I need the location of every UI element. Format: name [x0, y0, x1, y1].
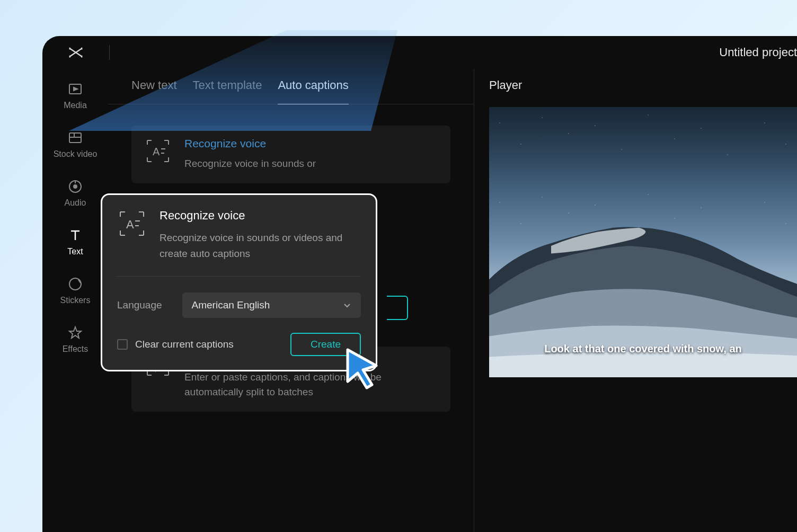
auto-caption-icon: A	[117, 209, 147, 238]
sidebar-item-media[interactable]: Media	[64, 82, 87, 110]
sidebar-item-text[interactable]: Text	[67, 228, 83, 256]
sidebar-item-label: Stock video	[54, 149, 98, 159]
app-logo-icon	[68, 45, 84, 60]
partial-highlight	[387, 296, 408, 320]
effects-icon	[68, 325, 83, 340]
title-bar: Untitled project	[42, 36, 797, 69]
audio-icon	[68, 179, 83, 194]
recognize-voice-popup: A Recognize voice Recognize voice in sou…	[101, 193, 377, 371]
svg-point-9	[69, 278, 81, 290]
stock-video-icon	[68, 130, 83, 145]
text-icon	[68, 228, 83, 243]
sidebar-item-label: Stickers	[60, 296, 91, 305]
sidebar-item-label: Effects	[63, 344, 88, 354]
sidebar-item-label: Media	[64, 101, 87, 110]
sidebar-item-stock-video[interactable]: Stock video	[54, 130, 98, 159]
actions-row: Clear current captions Create	[117, 333, 361, 356]
player-title: Player	[489, 78, 797, 92]
tab-auto-captions[interactable]: Auto captions	[278, 78, 348, 104]
create-button[interactable]: Create	[290, 333, 361, 356]
video-caption: Look at that one covered with snow, an	[544, 343, 742, 355]
video-preview[interactable]: Look at that one covered with snow, an	[489, 107, 797, 377]
player-panel: Player Look at that one covered with sno…	[474, 69, 797, 532]
chevron-down-icon	[343, 301, 351, 309]
svg-point-5	[74, 185, 77, 188]
clear-captions-checkbox[interactable]	[117, 339, 128, 350]
tab-text-template[interactable]: Text template	[193, 78, 262, 104]
recognize-voice-card[interactable]: A Recognize voice Recognize voice in sou…	[131, 126, 450, 183]
svg-text:A: A	[126, 218, 134, 231]
language-label: Language	[117, 299, 162, 311]
popup-header: A Recognize voice Recognize voice in sou…	[117, 209, 361, 277]
clear-captions-label: Clear current captions	[135, 339, 234, 350]
sidebar-item-label: Audio	[65, 198, 86, 208]
language-select[interactable]: American English	[182, 292, 361, 318]
card-desc: Enter or paste captions, and captions wi…	[184, 370, 438, 400]
project-title: Untitled project	[719, 46, 797, 59]
tab-new-text[interactable]: New text	[131, 78, 177, 104]
stickers-icon	[68, 277, 83, 291]
title-divider	[109, 45, 110, 60]
sidebar-item-label: Text	[67, 247, 83, 256]
popup-desc: Recognize voice in sounds or videos and …	[160, 230, 361, 262]
sidebar-item-effects[interactable]: Effects	[63, 325, 88, 354]
media-icon	[68, 82, 83, 96]
card-desc: Recognize voice in sounds or	[184, 156, 316, 172]
popup-title: Recognize voice	[160, 209, 361, 223]
auto-caption-icon: A	[144, 137, 172, 165]
tabs: New text Text template Auto captions	[108, 69, 474, 104]
svg-text:A: A	[153, 146, 160, 157]
language-value: American English	[192, 299, 270, 311]
language-row: Language American English	[117, 292, 361, 318]
sidebar-item-audio[interactable]: Audio	[65, 179, 86, 208]
card-title: Recognize voice	[184, 137, 316, 150]
sidebar: Media Stock video	[42, 69, 108, 532]
clear-captions-group: Clear current captions	[117, 339, 234, 350]
popup-body: Language American English Clear current …	[117, 277, 361, 356]
sidebar-item-stickers[interactable]: Stickers	[60, 277, 91, 305]
